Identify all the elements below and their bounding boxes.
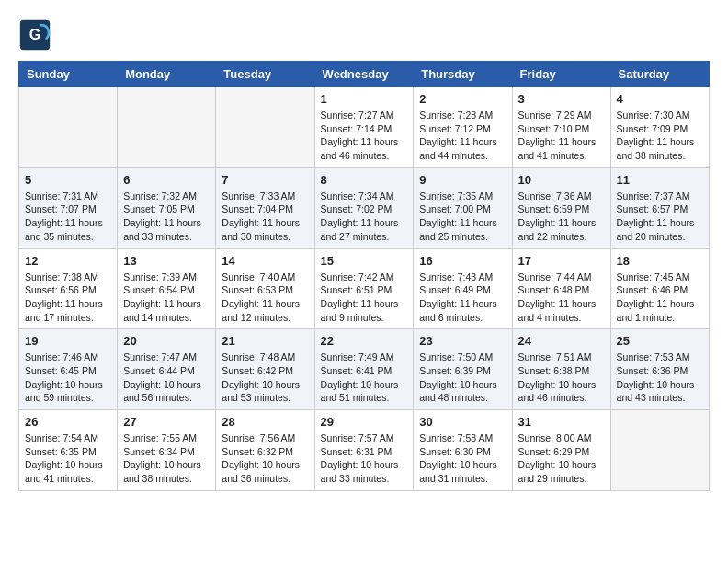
calendar-cell: 25Sunrise: 7:53 AM Sunset: 6:36 PM Dayli… xyxy=(610,329,709,410)
calendar-cell: 16Sunrise: 7:43 AM Sunset: 6:49 PM Dayli… xyxy=(414,248,512,329)
calendar-cell: 8Sunrise: 7:34 AM Sunset: 7:02 PM Daylig… xyxy=(314,167,414,248)
calendar-cell xyxy=(118,87,216,168)
day-number: 6 xyxy=(123,173,210,187)
day-number: 24 xyxy=(518,334,605,348)
day-number: 9 xyxy=(419,173,506,187)
day-info: Sunrise: 7:32 AM Sunset: 7:05 PM Dayligh… xyxy=(123,190,210,244)
calendar-cell: 15Sunrise: 7:42 AM Sunset: 6:51 PM Dayli… xyxy=(314,248,414,329)
calendar-cell: 7Sunrise: 7:33 AM Sunset: 7:04 PM Daylig… xyxy=(216,167,314,248)
day-info: Sunrise: 7:55 AM Sunset: 6:34 PM Dayligh… xyxy=(123,431,210,486)
calendar-week-row: 26Sunrise: 7:54 AM Sunset: 6:35 PM Dayli… xyxy=(19,410,710,491)
logo-icon: G xyxy=(18,18,51,52)
day-info: Sunrise: 7:49 AM Sunset: 6:41 PM Dayligh… xyxy=(321,350,408,405)
day-info: Sunrise: 7:36 AM Sunset: 6:59 PM Dayligh… xyxy=(518,190,605,244)
day-number: 19 xyxy=(25,334,111,348)
day-info: Sunrise: 7:46 AM Sunset: 6:45 PM Dayligh… xyxy=(25,350,111,405)
day-number: 16 xyxy=(419,254,506,268)
day-info: Sunrise: 7:27 AM Sunset: 7:14 PM Dayligh… xyxy=(321,109,408,163)
day-number: 31 xyxy=(518,415,605,429)
logo: G xyxy=(18,18,55,52)
day-info: Sunrise: 7:45 AM Sunset: 6:46 PM Dayligh… xyxy=(617,270,703,325)
calendar-cell: 29Sunrise: 7:57 AM Sunset: 6:31 PM Dayli… xyxy=(314,410,414,491)
day-info: Sunrise: 7:38 AM Sunset: 6:56 PM Dayligh… xyxy=(25,270,111,325)
page-header: G xyxy=(18,18,710,52)
day-info: Sunrise: 7:37 AM Sunset: 6:57 PM Dayligh… xyxy=(617,190,703,244)
day-number: 25 xyxy=(617,334,703,348)
col-header-monday: Monday xyxy=(118,62,216,87)
calendar-cell: 30Sunrise: 7:58 AM Sunset: 6:30 PM Dayli… xyxy=(414,410,512,491)
day-number: 22 xyxy=(321,334,408,348)
col-header-thursday: Thursday xyxy=(414,62,512,87)
calendar-cell: 3Sunrise: 7:29 AM Sunset: 7:10 PM Daylig… xyxy=(512,87,610,168)
col-header-tuesday: Tuesday xyxy=(216,62,314,87)
day-number: 17 xyxy=(518,254,605,268)
day-number: 4 xyxy=(617,92,703,106)
calendar-cell: 31Sunrise: 8:00 AM Sunset: 6:29 PM Dayli… xyxy=(512,410,610,491)
day-number: 2 xyxy=(419,92,506,106)
calendar-cell xyxy=(610,410,709,491)
col-header-saturday: Saturday xyxy=(610,62,709,87)
calendar-cell: 11Sunrise: 7:37 AM Sunset: 6:57 PM Dayli… xyxy=(610,167,709,248)
day-number: 11 xyxy=(617,173,703,187)
day-info: Sunrise: 7:56 AM Sunset: 6:32 PM Dayligh… xyxy=(222,431,308,486)
day-number: 26 xyxy=(25,415,111,429)
day-number: 18 xyxy=(617,254,703,268)
day-number: 1 xyxy=(321,92,408,106)
day-info: Sunrise: 7:30 AM Sunset: 7:09 PM Dayligh… xyxy=(617,109,703,163)
day-number: 15 xyxy=(321,254,408,268)
day-info: Sunrise: 7:31 AM Sunset: 7:07 PM Dayligh… xyxy=(25,190,111,244)
day-number: 3 xyxy=(518,92,605,106)
calendar-week-row: 1Sunrise: 7:27 AM Sunset: 7:14 PM Daylig… xyxy=(19,87,710,168)
day-info: Sunrise: 7:39 AM Sunset: 6:54 PM Dayligh… xyxy=(123,270,210,325)
day-info: Sunrise: 7:29 AM Sunset: 7:10 PM Dayligh… xyxy=(518,109,605,163)
day-info: Sunrise: 7:44 AM Sunset: 6:48 PM Dayligh… xyxy=(518,270,605,325)
day-info: Sunrise: 7:35 AM Sunset: 7:00 PM Dayligh… xyxy=(419,190,506,244)
day-number: 13 xyxy=(123,254,210,268)
day-number: 29 xyxy=(321,415,408,429)
calendar-cell: 4Sunrise: 7:30 AM Sunset: 7:09 PM Daylig… xyxy=(610,87,709,168)
day-number: 28 xyxy=(222,415,308,429)
col-header-friday: Friday xyxy=(512,62,610,87)
day-info: Sunrise: 7:42 AM Sunset: 6:51 PM Dayligh… xyxy=(321,270,408,325)
day-info: Sunrise: 7:53 AM Sunset: 6:36 PM Dayligh… xyxy=(617,350,703,405)
day-info: Sunrise: 7:51 AM Sunset: 6:38 PM Dayligh… xyxy=(518,350,605,405)
day-number: 27 xyxy=(123,415,210,429)
day-number: 14 xyxy=(222,254,308,268)
col-header-sunday: Sunday xyxy=(19,62,118,87)
calendar-cell: 20Sunrise: 7:47 AM Sunset: 6:44 PM Dayli… xyxy=(118,329,216,410)
calendar-cell: 5Sunrise: 7:31 AM Sunset: 7:07 PM Daylig… xyxy=(19,167,118,248)
calendar-week-row: 12Sunrise: 7:38 AM Sunset: 6:56 PM Dayli… xyxy=(19,248,710,329)
calendar-cell: 10Sunrise: 7:36 AM Sunset: 6:59 PM Dayli… xyxy=(512,167,610,248)
calendar-cell: 18Sunrise: 7:45 AM Sunset: 6:46 PM Dayli… xyxy=(610,248,709,329)
calendar-cell: 14Sunrise: 7:40 AM Sunset: 6:53 PM Dayli… xyxy=(216,248,314,329)
day-info: Sunrise: 7:43 AM Sunset: 6:49 PM Dayligh… xyxy=(419,270,506,325)
day-number: 7 xyxy=(222,173,308,187)
day-number: 8 xyxy=(321,173,408,187)
calendar-cell: 13Sunrise: 7:39 AM Sunset: 6:54 PM Dayli… xyxy=(118,248,216,329)
calendar-cell xyxy=(19,87,118,168)
day-number: 30 xyxy=(419,415,506,429)
day-info: Sunrise: 7:33 AM Sunset: 7:04 PM Dayligh… xyxy=(222,190,308,244)
calendar-cell: 2Sunrise: 7:28 AM Sunset: 7:12 PM Daylig… xyxy=(414,87,512,168)
day-number: 10 xyxy=(518,173,605,187)
day-info: Sunrise: 7:54 AM Sunset: 6:35 PM Dayligh… xyxy=(25,431,111,486)
day-info: Sunrise: 7:34 AM Sunset: 7:02 PM Dayligh… xyxy=(321,190,408,244)
day-number: 5 xyxy=(25,173,111,187)
day-number: 20 xyxy=(123,334,210,348)
calendar-cell xyxy=(216,87,314,168)
calendar-cell: 12Sunrise: 7:38 AM Sunset: 6:56 PM Dayli… xyxy=(19,248,118,329)
day-number: 12 xyxy=(25,254,111,268)
calendar-week-row: 5Sunrise: 7:31 AM Sunset: 7:07 PM Daylig… xyxy=(19,167,710,248)
col-header-wednesday: Wednesday xyxy=(314,62,414,87)
calendar-cell: 9Sunrise: 7:35 AM Sunset: 7:00 PM Daylig… xyxy=(414,167,512,248)
calendar-cell: 22Sunrise: 7:49 AM Sunset: 6:41 PM Dayli… xyxy=(314,329,414,410)
calendar-cell: 1Sunrise: 7:27 AM Sunset: 7:14 PM Daylig… xyxy=(314,87,414,168)
calendar-cell: 28Sunrise: 7:56 AM Sunset: 6:32 PM Dayli… xyxy=(216,410,314,491)
day-info: Sunrise: 7:28 AM Sunset: 7:12 PM Dayligh… xyxy=(419,109,506,163)
day-number: 23 xyxy=(419,334,506,348)
calendar-cell: 27Sunrise: 7:55 AM Sunset: 6:34 PM Dayli… xyxy=(118,410,216,491)
calendar-week-row: 19Sunrise: 7:46 AM Sunset: 6:45 PM Dayli… xyxy=(19,329,710,410)
calendar-cell: 17Sunrise: 7:44 AM Sunset: 6:48 PM Dayli… xyxy=(512,248,610,329)
calendar-cell: 26Sunrise: 7:54 AM Sunset: 6:35 PM Dayli… xyxy=(19,410,118,491)
calendar-header-row: SundayMondayTuesdayWednesdayThursdayFrid… xyxy=(19,62,710,87)
